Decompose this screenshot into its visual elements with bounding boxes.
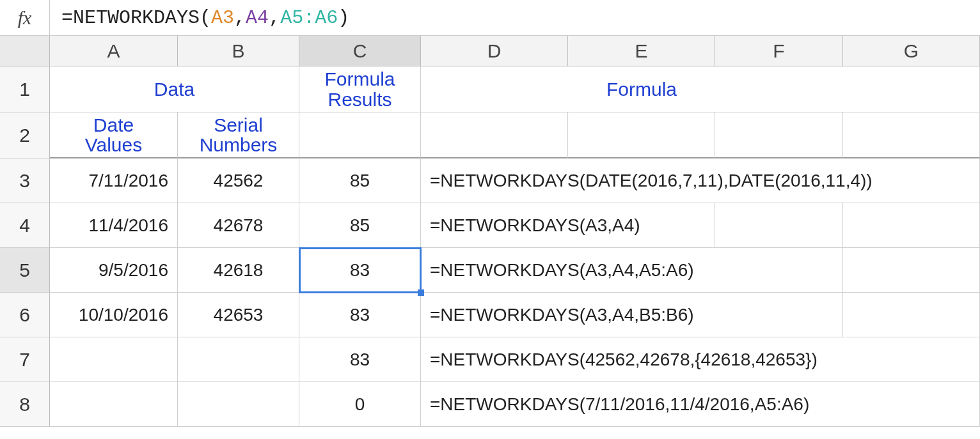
cell-G1[interactable] [843,66,980,112]
row-6: 6 10/10/2016 42653 83 =NETWORKDAYS(A3,A4… [0,293,980,337]
formula-token-open: ( [200,7,211,29]
formula-text-D5: =NETWORKDAYS(A3,A4,A5:A6) [430,260,694,281]
cell-C8[interactable]: 0 [299,382,421,427]
row-3: 3 7/11/2016 42562 85 =NETWORKDAYS(DATE(2… [0,158,980,203]
cell-A7[interactable] [50,337,178,382]
header-data-label: Data [154,79,194,100]
header-date-values-1: Date [93,115,134,135]
cell-B2[interactable]: Serial Numbers [178,112,299,158]
cell-C5[interactable]: 83 [299,248,421,293]
cell-D7[interactable]: =NETWORKDAYS(42562,42678,{42618,42653}) [421,337,568,382]
cell-A8[interactable] [50,382,178,427]
row-header-6[interactable]: 6 [0,293,50,337]
cell-B7[interactable] [178,337,299,382]
cell-G6[interactable] [843,293,980,337]
col-header-B[interactable]: B [178,36,299,66]
row-4: 4 11/4/2016 42678 85 =NETWORKDAYS(A3,A4) [0,203,980,248]
row-header-8[interactable]: 8 [0,382,50,427]
formula-text-D4: =NETWORKDAYS(A3,A4) [430,215,640,236]
cell-G2[interactable] [843,112,980,158]
col-header-D[interactable]: D [421,36,568,66]
col-header-G[interactable]: G [843,36,980,66]
cell-F1[interactable] [715,66,843,112]
spreadsheet-grid[interactable]: A B C D E F G 1 Data Formula Results For… [0,36,980,427]
cell-D6[interactable]: =NETWORKDAYS(A3,A4,B5:B6) [421,293,568,337]
formula-text-D7: =NETWORKDAYS(42562,42678,{42618,42653}) [430,350,818,370]
cell-B1[interactable]: Data [178,66,299,112]
row-header-4[interactable]: 4 [0,203,50,248]
select-all-corner[interactable] [0,36,50,66]
formula-token-a3: A3 [211,7,234,29]
header-formula-results-2: Results [328,89,391,110]
formula-token-a4: A4 [246,7,269,29]
formula-input[interactable]: =NETWORKDAYS(A3,A4,A5:A6) [50,0,980,35]
row-header-2[interactable]: 2 [0,112,50,158]
cell-C7[interactable]: 83 [299,337,421,382]
cell-G4[interactable] [843,203,980,248]
cell-B3[interactable]: 42562 [178,158,299,203]
header-serial-numbers-2: Numbers [200,135,278,155]
formula-token-c1: , [234,7,246,29]
row-header-5[interactable]: 5 [0,248,50,293]
row-2: 2 Date Values Serial Numbers [0,112,980,158]
cell-A2[interactable]: Date Values [50,112,178,158]
cell-A5[interactable]: 9/5/2016 [50,248,178,293]
column-header-row: A B C D E F G [0,36,980,66]
cell-G7[interactable] [843,337,980,382]
cell-B5[interactable]: 42618 [178,248,299,293]
cell-C1[interactable]: Formula Results [299,66,421,112]
cell-F6[interactable] [715,293,843,337]
cell-C6[interactable]: 83 [299,293,421,337]
cell-B6[interactable]: 42653 [178,293,299,337]
cell-E2[interactable] [568,112,715,158]
cell-A6[interactable]: 10/10/2016 [50,293,178,337]
cell-D3[interactable]: =NETWORKDAYS(DATE(2016,7,11),DATE(2016,1… [421,158,568,203]
row-header-3[interactable]: 3 [0,158,50,203]
cell-B8[interactable] [178,382,299,427]
cell-A4[interactable]: 11/4/2016 [50,203,178,248]
formula-text-D8: =NETWORKDAYS(7/11/2016,11/4/2016,A5:A6) [430,394,809,415]
cell-D8[interactable]: =NETWORKDAYS(7/11/2016,11/4/2016,A5:A6) [421,382,568,427]
cell-C2[interactable] [299,112,421,158]
formula-token-eq: = [61,7,73,29]
formula-token-fn: NETWORKDAYS [73,7,200,29]
row-5: 5 9/5/2016 42618 83 =NETWORKDAYS(A3,A4,A… [0,248,980,293]
row-header-7[interactable]: 7 [0,337,50,382]
header-formula-label: Formula [606,79,677,100]
col-header-C[interactable]: C [299,36,421,66]
cell-D2[interactable] [421,112,568,158]
row-1: 1 Data Formula Results Formula [0,66,980,112]
cell-G8[interactable] [843,382,980,427]
row-header-1[interactable]: 1 [0,66,50,112]
cell-E1[interactable]: Formula [568,66,715,112]
col-header-E[interactable]: E [568,36,715,66]
header-serial-numbers-1: Serial [214,115,263,135]
row-8: 8 0 =NETWORKDAYS(7/11/2016,11/4/2016,A5:… [0,382,980,427]
cell-C3[interactable]: 85 [299,158,421,203]
row-7: 7 83 =NETWORKDAYS(42562,42678,{42618,426… [0,337,980,382]
formula-text-D3: =NETWORKDAYS(DATE(2016,7,11),DATE(2016,1… [430,171,873,191]
formula-bar: fx =NETWORKDAYS(A3,A4,A5:A6) [0,0,980,36]
header-formula-results-1: Formula [324,69,395,89]
formula-token-range: A5:A6 [280,7,338,29]
cell-F5[interactable] [715,248,843,293]
cell-C4[interactable]: 85 [299,203,421,248]
cell-G5[interactable] [843,248,980,293]
formula-token-c2: , [269,7,280,29]
col-header-A[interactable]: A [50,36,178,66]
header-date-values-2: Values [85,135,143,155]
cell-F4[interactable] [715,203,843,248]
cell-F2[interactable] [715,112,843,158]
cell-D1[interactable] [421,66,568,112]
formula-token-close: ) [338,7,349,29]
cell-D4[interactable]: =NETWORKDAYS(A3,A4) [421,203,568,248]
cell-B4[interactable]: 42678 [178,203,299,248]
cell-A3[interactable]: 7/11/2016 [50,158,178,203]
cell-D5[interactable]: =NETWORKDAYS(A3,A4,A5:A6) [421,248,568,293]
fx-icon[interactable]: fx [0,0,50,35]
col-header-F[interactable]: F [715,36,843,66]
formula-text-D6: =NETWORKDAYS(A3,A4,B5:B6) [430,305,694,325]
